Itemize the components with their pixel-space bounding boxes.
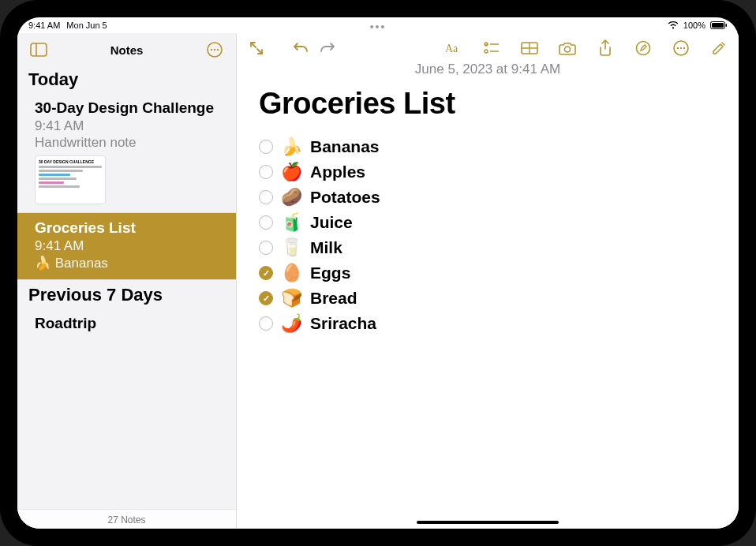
text-format-icon[interactable]: Aa — [442, 36, 466, 60]
checklist: 🍌Bananas🍎Apples🥔Potatoes🧃Juice🥛Milk🥚Eggs… — [259, 136, 717, 334]
note-item-preview: 🍌 Bananas — [35, 255, 225, 271]
svg-point-18 — [637, 42, 650, 55]
toolbar: Aa — [237, 33, 739, 63]
item-label: Apples — [310, 163, 365, 181]
svg-point-21 — [680, 47, 682, 49]
checklist-item[interactable]: 🍞Bread — [259, 288, 717, 309]
fullscreen-icon[interactable] — [245, 36, 268, 60]
note-item-time: 9:41 AM — [35, 238, 225, 254]
table-icon[interactable] — [518, 36, 541, 60]
share-icon[interactable] — [593, 36, 617, 60]
check-circle-icon[interactable] — [259, 316, 273, 331]
note-item-roadtrip[interactable]: Roadtrip — [17, 309, 236, 340]
item-emoji: 🍎 — [281, 162, 302, 182]
svg-rect-2 — [726, 24, 728, 27]
checklist-item[interactable]: 🥔Potatoes — [259, 187, 717, 208]
undo-icon[interactable] — [289, 36, 313, 60]
item-label: Milk — [310, 238, 342, 257]
item-emoji: 🧃 — [281, 212, 302, 233]
checklist-item[interactable]: 🍌Bananas — [259, 136, 717, 157]
item-emoji: 🥛 — [281, 237, 302, 258]
note-item-title: Roadtrip — [35, 315, 225, 332]
sidebar-toggle-icon[interactable] — [27, 38, 51, 62]
checklist-item[interactable]: 🥚Eggs — [259, 263, 717, 283]
markup-icon[interactable] — [631, 36, 655, 60]
item-emoji: 🍌 — [281, 136, 302, 157]
check-circle-icon[interactable] — [259, 291, 273, 305]
svg-point-6 — [211, 49, 212, 50]
battery-icon — [710, 21, 728, 29]
item-label: Eggs — [310, 264, 350, 282]
item-emoji: 🍞 — [281, 288, 302, 309]
check-circle-icon[interactable] — [259, 165, 273, 179]
item-label: Bananas — [310, 137, 380, 156]
checklist-item[interactable]: 🍎Apples — [259, 162, 717, 182]
redo-icon[interactable] — [316, 36, 339, 60]
note-item-groceries[interactable]: Groceries List 9:41 AM 🍌 Bananas — [17, 213, 236, 280]
note-date: June 5, 2023 at 9:41 AM — [237, 62, 739, 77]
checklist-icon[interactable] — [480, 36, 503, 60]
svg-point-12 — [485, 50, 488, 53]
sidebar: Notes Today 30-Day Design Challenge 9:41… — [17, 33, 237, 529]
status-bar: 9:41 AM Mon Jun 5 ••• 100% — [17, 17, 739, 33]
main-note-area: Aa — [237, 33, 739, 529]
item-label: Sriracha — [310, 314, 376, 333]
more-options-icon[interactable] — [203, 38, 226, 62]
status-date: Mon Jun 5 — [66, 21, 107, 30]
check-circle-icon[interactable] — [259, 266, 273, 280]
svg-rect-1 — [712, 23, 724, 28]
check-circle-icon[interactable] — [259, 140, 273, 154]
multitasking-dots[interactable]: ••• — [370, 21, 387, 33]
camera-icon[interactable] — [556, 36, 579, 60]
wifi-icon — [668, 21, 679, 29]
check-circle-icon[interactable] — [259, 190, 273, 204]
item-label: Bread — [310, 289, 357, 308]
battery-percent: 100% — [683, 21, 705, 30]
check-circle-icon[interactable] — [259, 215, 273, 230]
svg-point-17 — [565, 47, 571, 52]
sidebar-footer-count: 27 Notes — [17, 509, 236, 529]
item-label: Potatoes — [310, 188, 380, 207]
note-title[interactable]: Groceries List — [259, 87, 717, 121]
status-time: 9:41 AM — [28, 21, 60, 30]
checklist-item[interactable]: 🧃Juice — [259, 212, 717, 233]
sidebar-title: Notes — [110, 43, 144, 57]
note-item-title: 30-Day Design Challenge — [35, 99, 225, 117]
more-icon[interactable] — [669, 36, 693, 60]
item-emoji: 🥚 — [281, 263, 302, 283]
section-header-today: Today — [17, 65, 236, 93]
note-item-preview: Handwritten note — [35, 135, 225, 151]
compose-icon[interactable] — [707, 36, 731, 60]
section-header-prev7: Previous 7 Days — [17, 280, 236, 309]
checklist-item[interactable]: 🌶️Sriracha — [259, 313, 717, 334]
home-indicator[interactable] — [417, 521, 559, 524]
note-thumbnail: 30 DAY DESIGN CHALLENGE — [35, 155, 106, 204]
svg-point-8 — [217, 49, 219, 50]
item-label: Juice — [310, 213, 353, 232]
note-item-design-challenge[interactable]: 30-Day Design Challenge 9:41 AM Handwrit… — [17, 93, 236, 213]
svg-text:Aa: Aa — [445, 43, 458, 54]
svg-point-22 — [683, 47, 685, 49]
svg-rect-3 — [31, 43, 47, 56]
item-emoji: 🥔 — [281, 187, 302, 208]
check-circle-icon[interactable] — [259, 241, 273, 255]
note-item-title: Groceries List — [35, 219, 225, 237]
svg-point-7 — [214, 49, 215, 50]
checklist-item[interactable]: 🥛Milk — [259, 237, 717, 258]
item-emoji: 🌶️ — [281, 313, 302, 334]
note-item-time: 9:41 AM — [35, 118, 225, 134]
svg-point-20 — [677, 47, 679, 49]
